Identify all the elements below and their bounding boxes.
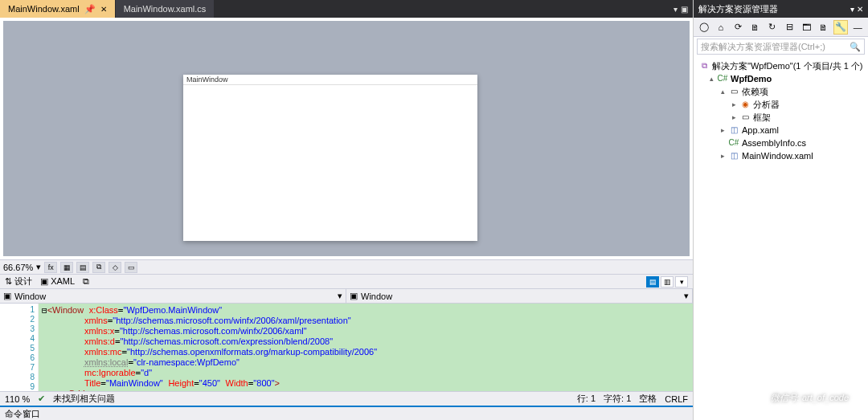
fit-icon[interactable]: fx [44, 262, 57, 273]
snap-icon[interactable]: ⧉ [92, 262, 105, 273]
show-all-files-icon[interactable]: 🗎 [748, 20, 762, 35]
solution-explorer-toggle-icon[interactable]: ▣ [681, 5, 688, 14]
tab-label: MainWindow.xaml.cs [124, 4, 207, 14]
designer-view-row: ⇅ 设计 ▣ XAML ⧉ ▤ ▥ ▾ [0, 274, 693, 288]
tab-overflow-icon[interactable]: ▾ [674, 5, 678, 14]
document-tabbar: MainWindow.xaml 📌 ✕ MainWindow.xaml.cs ▾… [0, 0, 693, 18]
status-spaces[interactable]: 空格 [639, 393, 657, 405]
popout-icon[interactable]: ⧉ [83, 276, 89, 287]
solution-icon: ⧉ [698, 61, 710, 71]
properties-icon[interactable]: 🗔 [800, 20, 813, 35]
caret-icon[interactable]: ▸ [731, 98, 737, 111]
editor-zoom[interactable]: 110 % [5, 394, 30, 404]
status-crlf[interactable]: CRLF [665, 394, 688, 404]
assemblyinfo-node[interactable]: ▸ C# AssemblyInfo.cs [698, 137, 866, 149]
solution-search[interactable]: 搜索解决方案资源管理器(Ctrl+;) 🔍 [697, 39, 865, 55]
no-issues-label[interactable]: 未找到相关问题 [53, 393, 115, 405]
breadcrumb-label: Window [361, 292, 392, 301]
caret-icon[interactable]: ▸ [719, 124, 726, 137]
wrench-icon[interactable]: 🔧 [833, 20, 847, 35]
search-placeholder: 搜索解决方案资源管理器(Ctrl+;) [701, 41, 825, 53]
tab-mainwindow-xaml-cs[interactable]: MainWindow.xaml.cs [116, 0, 215, 18]
designer-surface[interactable]: MainWindow [0, 18, 693, 259]
design-canvas[interactable]: MainWindow [183, 75, 477, 241]
sync-icon[interactable]: ⟳ [731, 20, 745, 35]
solution-explorer-toolbar: ◯ ⌂ ⟳ 🗎 ↻ ⊟ 🗔 🗎 🔧 — [694, 18, 868, 37]
refresh-icon[interactable]: ↻ [765, 20, 779, 35]
tab-mainwindow-xaml[interactable]: MainWindow.xaml 📌 ✕ [0, 0, 116, 18]
xaml-editor[interactable]: 12345678910 ⊟<Window x:Class="WpfDemo.Ma… [0, 303, 693, 391]
preview-icon[interactable]: 🗎 [817, 20, 830, 35]
tab-label: MainWindow.xaml [8, 4, 80, 14]
command-window-label: 命令窗口 [5, 408, 40, 420]
breadcrumb-label: Window [14, 292, 46, 301]
line-gutter: 12345678910 [0, 304, 39, 391]
effects-icon[interactable]: ◇ [108, 262, 121, 273]
caret-icon[interactable]: ▴ [708, 72, 714, 85]
xaml-icon: ◫ [728, 151, 739, 161]
status-line: 行: 1 [577, 393, 596, 405]
snaplines-icon[interactable]: ▤ [76, 262, 89, 273]
appxaml-node[interactable]: ▸ ◫ App.xaml [698, 124, 866, 137]
xaml-tab[interactable]: ▣ XAML [40, 276, 75, 287]
frameworks-node[interactable]: ▸ ▭ 框架 [698, 111, 866, 124]
cs-icon: C# [728, 138, 739, 148]
collapse-all-icon[interactable]: ⊟ [782, 20, 796, 35]
home-icon[interactable]: ⌂ [714, 20, 727, 35]
split-horizontal-button[interactable]: ▤ [646, 276, 659, 287]
xaml-breadcrumb: ▣Window▾ ▣Window▾ [0, 288, 693, 303]
back-icon[interactable]: ◯ [697, 20, 710, 35]
editor-statusbar: 110 % ✔ 未找到相关问题 行: 1 字符: 1 空格 CRLF [0, 391, 693, 406]
csproj-icon: C# [717, 74, 728, 84]
collapse-pane-button[interactable]: ▾ [675, 276, 688, 287]
designer-toolbar: 66.67% ▾ fx ▦ ▤ ⧉ ◇ ▭ [0, 259, 693, 274]
project-node[interactable]: ▴ C# WpfDemo [698, 72, 866, 85]
breadcrumb-right[interactable]: ▣Window▾ [346, 289, 693, 303]
xaml-icon: ◫ [728, 125, 739, 135]
command-window-tab[interactable]: 命令窗口 [0, 406, 693, 420]
mark-icon[interactable]: ▭ [125, 262, 137, 273]
code-content[interactable]: ⊟<Window x:Class="WpfDemo.MainWindow" xm… [39, 304, 693, 391]
solution-tree[interactable]: ⧉ 解决方案"WpfDemo"(1 个项目/共 1 个) ▴ C# WpfDem… [694, 56, 868, 164]
analyzers-icon: ◉ [739, 100, 751, 109]
split-vertical-button[interactable]: ▥ [661, 276, 674, 287]
dependencies-icon: ▭ [728, 87, 739, 96]
solution-explorer-title: 解决方案资源管理器 ▾ ✕ [694, 0, 868, 18]
caret-icon[interactable]: ▴ [719, 85, 726, 98]
close-icon[interactable]: ✕ [100, 5, 107, 14]
dependencies-node[interactable]: ▴ ▭ 依赖项 [698, 85, 866, 98]
caret-icon[interactable]: ▸ [719, 149, 726, 162]
panel-menu-icon[interactable]: ▾ ✕ [850, 5, 863, 14]
frameworks-icon: ▭ [739, 112, 751, 122]
grid-icon[interactable]: ▦ [60, 262, 73, 273]
design-tab[interactable]: ⇅ 设计 [5, 275, 32, 287]
solution-explorer: 解决方案资源管理器 ▾ ✕ ◯ ⌂ ⟳ 🗎 ↻ ⊟ 🗔 🗎 🔧 — 搜索解决方案… [693, 0, 868, 420]
caret-icon[interactable]: ▸ [731, 111, 737, 124]
mainwindow-node[interactable]: ▸ ◫ MainWindow.xaml [698, 149, 866, 162]
breadcrumb-left[interactable]: ▣Window▾ [0, 289, 346, 303]
status-char: 字符: 1 [604, 393, 631, 405]
solution-node[interactable]: ⧉ 解决方案"WpfDemo"(1 个项目/共 1 个) [698, 59, 866, 72]
zoom-level[interactable]: 66.67% [3, 263, 33, 272]
search-icon[interactable]: 🔍 [850, 42, 861, 52]
analyzers-node[interactable]: ▸ ◉ 分析器 [698, 98, 866, 111]
tab-pin-icon[interactable]: 📌 [84, 4, 96, 14]
canvas-title: MainWindow [183, 75, 477, 85]
more-icon[interactable]: — [851, 20, 865, 35]
